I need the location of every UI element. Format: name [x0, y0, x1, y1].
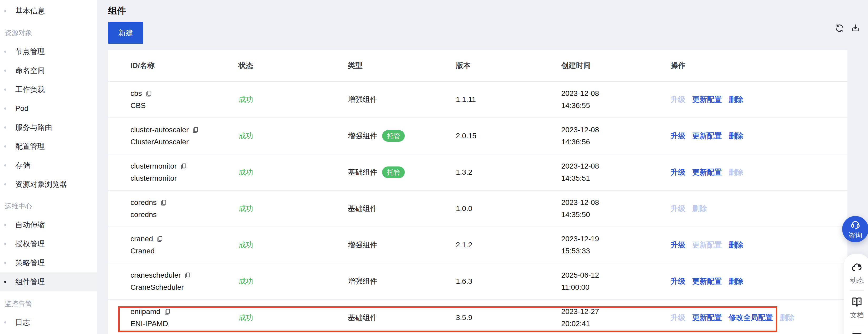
sidebar-item[interactable]: 节点管理 [0, 42, 100, 61]
component-id: coredns [130, 197, 157, 209]
cell-id-name: craneschedulerCraneScheduler [130, 269, 239, 294]
cell-id-name: corednscoredns [130, 197, 239, 221]
float-item-news[interactable]: 动态 [850, 262, 864, 284]
cloud-bell-icon [851, 262, 863, 274]
sidebar-item[interactable]: 资源对象浏览器 [0, 175, 100, 194]
managed-badge: 托管 [382, 130, 405, 142]
cell-actions: 升级更新配置删除 [671, 95, 837, 105]
float-item-docs[interactable]: 文档 [850, 296, 864, 319]
sidebar-item[interactable]: 配置管理 [0, 137, 100, 156]
action-link-enabled[interactable]: 更新配置 [692, 131, 722, 141]
consult-button[interactable]: 咨询 [842, 216, 868, 242]
sidebar-item[interactable]: 授权管理 [0, 234, 100, 254]
sidebar-item-active[interactable]: 组件管理 [0, 272, 100, 291]
created-date: 2023-12-08 [561, 88, 671, 100]
bullet-icon [4, 10, 6, 12]
bullet-icon [4, 145, 6, 147]
action-link-enabled[interactable]: 删除 [728, 240, 743, 250]
action-link-enabled[interactable]: 升级 [671, 276, 685, 286]
copy-icon[interactable] [156, 235, 163, 243]
action-link-enabled[interactable]: 升级 [671, 240, 685, 250]
cell-created-time: 2023-12-0814:36:55 [561, 88, 671, 112]
table-row: clustermonitorclustermonitor成功基础组件托管1.3.… [108, 154, 847, 191]
bullet-icon [4, 183, 6, 186]
table-row: corednscoredns成功基础组件1.0.02023-12-0814:35… [108, 191, 847, 227]
cell-status: 成功 [239, 204, 348, 213]
created-date: 2023-12-08 [561, 197, 671, 209]
cell-actions: 升级更新配置删除 [671, 240, 837, 250]
type-text: 基础组件 [348, 204, 377, 213]
action-link-enabled[interactable]: 更新配置 [692, 313, 722, 323]
cell-status: 成功 [239, 240, 348, 250]
component-name: ClusterAutoscaler [130, 136, 239, 148]
cell-id-name: eniipamdENI-IPAMD [130, 306, 239, 330]
create-button[interactable]: 新建 [108, 22, 143, 44]
action-link-enabled[interactable]: 升级 [671, 167, 685, 177]
status-text: 成功 [239, 204, 253, 212]
column-header: ID/名称 [130, 61, 239, 71]
action-link-enabled[interactable]: 修改全局配置 [728, 313, 773, 323]
copy-icon[interactable] [180, 163, 187, 170]
copy-icon[interactable] [164, 308, 171, 315]
created-date: 2023-12-08 [561, 124, 671, 136]
action-link-enabled[interactable]: 删除 [728, 131, 743, 141]
refresh-button[interactable] [835, 24, 844, 33]
table-row: craneschedulerCraneScheduler成功增强组件1.6.32… [108, 263, 847, 300]
sidebar-item[interactable]: 日志 [0, 313, 100, 332]
type-text: 增强组件 [348, 240, 377, 250]
download-button[interactable] [850, 24, 860, 33]
action-link-enabled[interactable]: 删除 [728, 276, 743, 286]
bullet-icon [4, 107, 6, 109]
sidebar: 基本信息资源对象节点管理命名空间工作负载Pod服务与路由配置管理存储资源对象浏览… [0, 0, 100, 334]
sidebar-section-label: 资源对象 [0, 23, 100, 42]
sidebar-scrollbar[interactable] [97, 0, 100, 334]
status-text: 成功 [239, 313, 253, 322]
action-link-enabled[interactable]: 更新配置 [692, 276, 722, 286]
cell-type: 增强组件 [348, 276, 456, 286]
cell-version: 2.0.15 [456, 132, 561, 140]
cell-actions: 升级更新配置删除 [671, 167, 837, 177]
sidebar-item[interactable]: Pod [0, 99, 100, 118]
sidebar-section-label: 监控告警 [0, 294, 100, 313]
sidebar-item-label: 服务与路由 [15, 123, 52, 133]
float-item-feedback[interactable]: 评价 [850, 331, 864, 334]
copy-icon[interactable] [145, 90, 152, 97]
action-link-enabled[interactable]: 更新配置 [692, 95, 722, 105]
cell-created-time: 2023-12-0814:35:50 [561, 197, 671, 221]
action-link-disabled: 升级 [671, 204, 685, 213]
sidebar-item[interactable]: 命名空间 [0, 61, 100, 80]
copy-icon[interactable] [184, 272, 191, 279]
cell-id-name: clustermonitorclustermonitor [130, 160, 239, 185]
action-link-disabled: 删除 [692, 204, 707, 213]
sidebar-section-label: 运维中心 [0, 197, 100, 215]
action-link-enabled[interactable]: 删除 [728, 95, 743, 105]
sidebar-item[interactable]: 存储 [0, 156, 100, 175]
sidebar-item[interactable]: 自动伸缩 [0, 215, 100, 234]
float-item-label: 动态 [850, 276, 864, 284]
created-date: 2025-06-12 [561, 269, 671, 281]
status-text: 成功 [239, 132, 253, 140]
sidebar-list: 基本信息资源对象节点管理命名空间工作负载Pod服务与路由配置管理存储资源对象浏览… [0, 2, 100, 332]
type-text: 增强组件 [348, 95, 377, 105]
bullet-icon [4, 281, 6, 283]
consult-label: 咨询 [848, 231, 862, 239]
copy-icon[interactable] [160, 199, 167, 206]
created-clock: 15:53:33 [561, 245, 671, 257]
cell-id-name: cluster-autoscalerClusterAutoscaler [130, 124, 239, 148]
sidebar-item[interactable]: 策略管理 [0, 254, 100, 272]
action-link-enabled[interactable]: 升级 [671, 131, 685, 141]
created-clock: 14:36:56 [561, 136, 671, 148]
cell-status: 成功 [239, 167, 348, 177]
sidebar-item[interactable]: 服务与路由 [0, 118, 100, 137]
copy-icon[interactable] [192, 127, 199, 134]
sidebar-item-label: 存储 [15, 160, 30, 170]
action-link-enabled[interactable]: 更新配置 [692, 167, 722, 177]
action-link-disabled: 删除 [780, 313, 795, 323]
sidebar-item[interactable]: 基本信息 [0, 2, 100, 21]
float-item-label: 文档 [850, 311, 864, 319]
sidebar-item[interactable]: 工作负载 [0, 80, 100, 99]
cell-id-name: cbsCBS [130, 88, 239, 112]
cell-status: 成功 [239, 276, 348, 286]
cell-type: 基础组件托管 [348, 166, 456, 178]
table-row: cranedCraned成功增强组件2.1.22023-12-1915:53:3… [108, 227, 847, 263]
